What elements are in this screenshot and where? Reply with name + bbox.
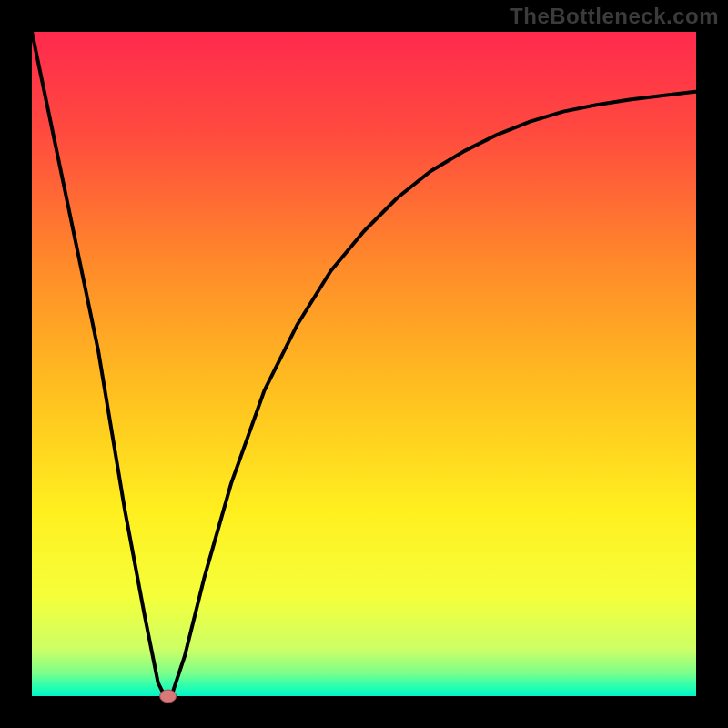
plot-background — [32, 32, 696, 696]
bottleneck-chart — [0, 0, 728, 728]
chart-frame: TheBottleneck.com — [0, 0, 728, 728]
optimal-point-marker — [160, 690, 177, 703]
